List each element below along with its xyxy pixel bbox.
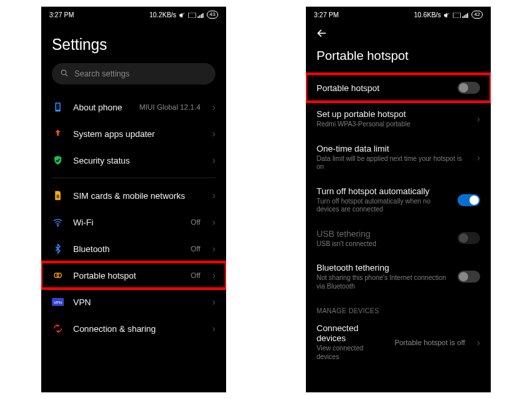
row-label: Turn off hotspot automatically xyxy=(317,186,448,196)
status-time: 3:27 PM xyxy=(314,11,338,19)
chevron-right-icon: › xyxy=(477,114,480,124)
status-time: 3:27 PM xyxy=(49,11,74,19)
search-input[interactable]: Search settings xyxy=(52,63,215,84)
row-connected-devices[interactable]: Connected devices View connected devices… xyxy=(306,316,491,368)
row-bt-tethering[interactable]: Bluetooth tethering Not sharing this pho… xyxy=(306,255,491,298)
row-portable-hotspot[interactable]: Portable hotspot Off › xyxy=(41,262,226,289)
row-connection-sharing[interactable]: Connection & sharing › xyxy=(41,315,226,342)
phone-hotspot: 3:27 PM 10.6KB/s 42 Portable hotspot Por… xyxy=(306,7,491,392)
status-bar: 3:27 PM 10.6KB/s 42 xyxy=(306,7,491,21)
page-title: Settings xyxy=(41,21,226,63)
phone-settings: 3:27 PM 10.2KB/s 43 Settings Search sett… xyxy=(41,7,226,392)
row-value: Off xyxy=(191,245,200,253)
search-placeholder: Search settings xyxy=(74,69,130,78)
signal-icon xyxy=(462,12,469,17)
svg-rect-17 xyxy=(464,15,466,18)
row-value: Off xyxy=(191,218,200,226)
row-value: Portable hotspot is off xyxy=(394,338,465,346)
chevron-right-icon: › xyxy=(212,129,215,138)
row-label: Bluetooth tethering xyxy=(317,263,448,273)
chevron-right-icon: › xyxy=(212,297,215,307)
chevron-right-icon: › xyxy=(212,156,215,165)
chevron-right-icon: › xyxy=(477,153,480,162)
chevron-right-icon: › xyxy=(212,324,215,333)
arrow-left-icon xyxy=(315,27,329,40)
row-label: SIM cards & mobile networks xyxy=(73,191,203,201)
svg-rect-0 xyxy=(188,13,196,18)
chevron-right-icon: › xyxy=(212,102,215,112)
row-label: Portable hotspot xyxy=(73,271,182,281)
row-label: Connected devices xyxy=(317,323,385,343)
battery-icon: 43 xyxy=(207,11,218,19)
search-icon xyxy=(60,68,69,80)
row-label: Bluetooth xyxy=(73,244,182,254)
row-label: One-time data limit xyxy=(317,144,467,154)
row-vpn[interactable]: VPN VPN › xyxy=(41,289,226,315)
sim-icon xyxy=(52,190,64,201)
svg-text:VPN: VPN xyxy=(54,301,62,305)
divider xyxy=(52,178,215,178)
row-sim-networks[interactable]: SIM cards & mobile networks › xyxy=(41,182,226,209)
svg-rect-16 xyxy=(462,17,464,18)
hotspot-icon xyxy=(52,269,64,281)
row-sub: USB isn't connected xyxy=(317,240,448,249)
row-wifi[interactable]: Wi-Fi Off › xyxy=(41,209,226,235)
row-value: Off xyxy=(191,271,200,279)
row-sub: Data limit will be applied next time you… xyxy=(317,155,467,172)
silent-icon xyxy=(444,12,450,17)
bluetooth-icon xyxy=(52,243,64,255)
row-label: Wi-Fi xyxy=(73,217,182,227)
battery-icon: 42 xyxy=(471,11,483,19)
row-setup-hotspot[interactable]: Set up portable hotspot Redmi WPA3-Perso… xyxy=(306,102,491,136)
row-data-limit[interactable]: One-time data limit Data limit will be a… xyxy=(306,136,491,179)
svg-rect-19 xyxy=(467,13,468,18)
svg-rect-1 xyxy=(198,17,199,18)
toggle-disabled xyxy=(458,232,480,244)
row-label: Security status xyxy=(73,156,203,166)
row-security-status[interactable]: Security status › xyxy=(41,147,226,174)
chevron-right-icon: › xyxy=(212,217,215,227)
row-label: VPN xyxy=(73,297,203,307)
toggle-on[interactable] xyxy=(458,194,480,206)
row-usb-tethering: USB tethering USB isn't connected xyxy=(306,221,491,256)
status-bar: 3:27 PM 10.2KB/s 43 xyxy=(41,7,226,21)
phone-icon xyxy=(52,101,64,113)
back-button[interactable] xyxy=(306,21,491,42)
row-about-phone[interactable]: About phone MIUI Global 12.1.4 › xyxy=(41,94,226,120)
row-sub: Redmi WPA3-Personal portable xyxy=(317,120,467,129)
row-system-updater[interactable]: System apps updater › xyxy=(41,120,226,147)
row-label: Set up portable hotspot xyxy=(317,109,467,119)
row-hotspot-toggle[interactable]: Portable hotspot xyxy=(306,74,491,102)
svg-rect-18 xyxy=(466,14,467,18)
shield-icon xyxy=(52,154,64,166)
row-sub: Not sharing this phone's Internet connec… xyxy=(317,274,448,291)
svg-rect-3 xyxy=(201,14,202,18)
row-label: Connection & sharing xyxy=(73,324,203,334)
svg-rect-8 xyxy=(56,104,59,110)
row-value: MIUI Global 12.1.4 xyxy=(140,103,201,111)
chevron-right-icon: › xyxy=(212,244,215,253)
vpn-icon: VPN xyxy=(52,296,64,308)
section-manage-devices: MANAGE DEVICES xyxy=(306,298,491,316)
svg-line-6 xyxy=(66,74,68,76)
toggle-off[interactable] xyxy=(458,271,480,283)
row-bluetooth[interactable]: Bluetooth Off › xyxy=(41,235,226,262)
page-title: Portable hotspot xyxy=(306,42,491,74)
share-icon xyxy=(52,323,64,334)
svg-rect-9 xyxy=(57,195,59,198)
row-label: About phone xyxy=(73,102,130,112)
wifi-icon xyxy=(52,216,64,228)
row-auto-off[interactable]: Turn off hotspot automatically Turn off … xyxy=(306,179,491,221)
row-label: System apps updater xyxy=(73,129,203,139)
toggle-off[interactable] xyxy=(458,82,480,94)
status-speed: 10.2KB/s xyxy=(150,11,177,19)
svg-rect-4 xyxy=(202,13,203,18)
svg-rect-15 xyxy=(453,13,460,18)
signal-icon xyxy=(198,12,204,17)
row-sub: View connected devices xyxy=(317,344,385,361)
silent-icon xyxy=(179,12,186,17)
status-speed: 10.6KB/s xyxy=(414,11,442,19)
volte-icon xyxy=(188,12,195,17)
row-sub: Turn off hotspot automatically when no d… xyxy=(317,198,448,214)
chevron-right-icon: › xyxy=(477,338,480,347)
